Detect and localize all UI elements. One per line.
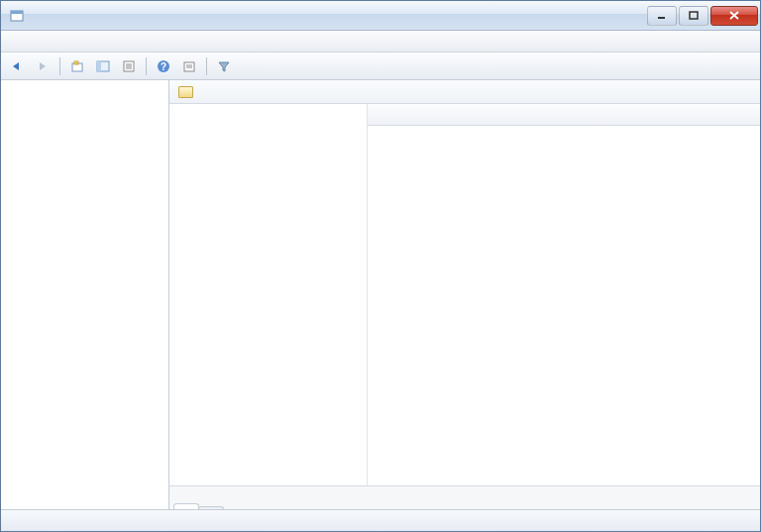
titlebar	[1, 1, 760, 31]
svg-text:?: ?	[161, 61, 166, 72]
svg-rect-3	[690, 12, 698, 19]
svg-rect-9	[97, 61, 101, 71]
folder-icon	[177, 85, 193, 99]
settings-list[interactable]	[368, 126, 760, 485]
forward-button[interactable]	[31, 55, 54, 77]
maximize-button[interactable]	[679, 6, 708, 26]
toolbar: ?	[1, 53, 760, 80]
up-button[interactable]	[65, 55, 89, 77]
content-pane	[169, 80, 760, 509]
tab-standard[interactable]	[198, 506, 224, 509]
content-header	[169, 80, 760, 104]
tree-pane[interactable]	[1, 80, 169, 509]
app-icon	[9, 8, 25, 24]
tab-extended[interactable]	[173, 503, 199, 509]
column-header-setting[interactable]	[368, 104, 760, 126]
app-window: ?	[0, 0, 761, 532]
menu-action[interactable]	[21, 40, 37, 44]
export-button[interactable]	[177, 55, 201, 77]
minimize-button[interactable]	[647, 6, 677, 26]
help-button[interactable]: ?	[152, 55, 175, 77]
menu-view[interactable]	[37, 40, 53, 44]
filter-button[interactable]	[212, 55, 236, 77]
menu-file[interactable]	[5, 40, 21, 44]
show-hide-tree-button[interactable]	[91, 55, 115, 77]
back-button[interactable]	[5, 55, 29, 77]
menubar	[1, 31, 760, 53]
statusbar	[1, 509, 760, 531]
description-column	[169, 104, 368, 485]
menu-help[interactable]	[53, 40, 68, 44]
tabs	[169, 485, 760, 509]
close-button[interactable]	[710, 6, 758, 26]
svg-rect-1	[11, 11, 23, 14]
svg-rect-7	[74, 61, 78, 64]
properties-button[interactable]	[117, 55, 141, 77]
